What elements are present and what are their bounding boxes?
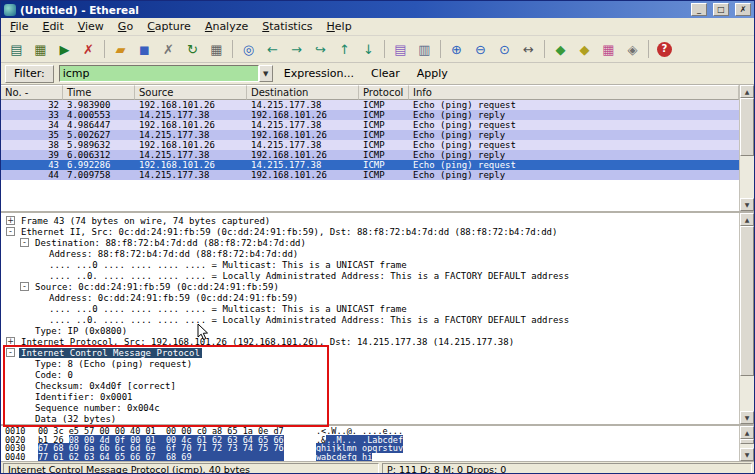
packet-row[interactable]: 344.986447192.168.101.2614.215.177.38ICM… xyxy=(1,120,739,130)
packet-row[interactable]: 334.00055314.215.177.38192.168.101.26ICM… xyxy=(1,110,739,120)
detail-line[interactable]: .... ...0 .... .... .... .... = Multicas… xyxy=(1,303,739,314)
filter-input[interactable] xyxy=(59,65,259,82)
list-interfaces-button[interactable]: ▤ xyxy=(5,38,28,61)
menu-analyze[interactable]: Analyze xyxy=(198,18,255,35)
preferences-button[interactable]: ◈ xyxy=(621,38,644,61)
detail-line[interactable]: Data (32 bytes) xyxy=(1,413,739,424)
detail-line[interactable]: Code: 0 xyxy=(1,369,739,380)
close-file-button[interactable]: ✗ xyxy=(157,38,180,61)
find-packet-button[interactable]: ◎ xyxy=(237,38,260,61)
close-button[interactable]: ✗ xyxy=(735,3,751,16)
column-header-source[interactable]: Source xyxy=(135,85,247,100)
detail-line[interactable]: -Source: 0c:dd:24:91:fb:59 (0c:dd:24:91:… xyxy=(1,281,739,292)
scroll-thumb[interactable] xyxy=(740,439,754,444)
title-bar[interactable]: (Untitled) - Ethereal _ □ ✗ xyxy=(1,1,754,18)
colorize-toggle-button[interactable]: ▤ xyxy=(389,38,412,61)
go-back-button[interactable]: ← xyxy=(261,38,284,61)
column-header-destination[interactable]: Destination xyxy=(247,85,359,100)
packet-row[interactable]: 396.00631214.215.177.38192.168.101.26ICM… xyxy=(1,150,739,160)
menu-file[interactable]: File xyxy=(3,18,35,35)
packet-list-scrollbar[interactable]: ▲ ▼ xyxy=(739,85,754,211)
clear-button[interactable]: Clear xyxy=(365,66,406,81)
go-to-top-button[interactable]: ↑ xyxy=(333,38,356,61)
open-file-button[interactable]: ▰ xyxy=(109,38,132,61)
toolbar: ▤▦▶✗▰◼✗↻▦◎←→↪↑↓▤▥⊕⊖⊙↔◆◆▦◈? xyxy=(1,36,754,63)
detail-line[interactable]: Sequence number: 0x004c xyxy=(1,402,739,413)
scroll-up-icon[interactable]: ▲ xyxy=(740,213,754,226)
collapse-icon[interactable]: - xyxy=(20,238,29,247)
maximize-button[interactable]: □ xyxy=(713,3,729,16)
resize-columns-button[interactable]: ↔ xyxy=(517,38,540,61)
scroll-down-icon[interactable]: ▼ xyxy=(740,198,754,211)
detail-line[interactable]: +Internet Protocol, Src: 192.168.101.26 … xyxy=(1,336,739,347)
scroll-track[interactable] xyxy=(740,226,754,411)
packet-row[interactable]: 323.983900192.168.101.2614.215.177.38ICM… xyxy=(1,100,739,110)
detail-line[interactable]: -Ethernet II, Src: 0c:dd:24:91:fb:59 (0c… xyxy=(1,226,739,237)
menu-statistics[interactable]: Statistics xyxy=(255,18,319,35)
menu-help[interactable]: Help xyxy=(320,18,359,35)
help-button[interactable]: ? xyxy=(653,38,676,61)
capture-filter-button[interactable]: ◆ xyxy=(549,38,572,61)
packet-row[interactable]: 355.00262714.215.177.38192.168.101.26ICM… xyxy=(1,130,739,140)
scroll-up-icon[interactable]: ▲ xyxy=(740,426,754,439)
reload-button[interactable]: ↻ xyxy=(181,38,204,61)
column-header-protocol[interactable]: Protocol xyxy=(359,85,409,100)
capture-stop-button[interactable]: ✗ xyxy=(77,38,100,61)
collapse-icon[interactable]: - xyxy=(6,348,15,357)
detail-line[interactable]: Type: IP (0x0800) xyxy=(1,325,739,336)
column-header-time[interactable]: Time xyxy=(63,85,135,100)
autoscroll-toggle-button[interactable]: ▥ xyxy=(413,38,436,61)
expression-button[interactable]: Expression... xyxy=(278,66,360,81)
print-button[interactable]: ▦ xyxy=(205,38,228,61)
capture-options-button[interactable]: ▦ xyxy=(29,38,52,61)
menu-edit[interactable]: Edit xyxy=(35,18,70,35)
scroll-up-icon[interactable]: ▲ xyxy=(740,85,754,98)
go-forward-button[interactable]: → xyxy=(285,38,308,61)
detail-line[interactable]: Type: 8 (Echo (ping) request) xyxy=(1,358,739,369)
details-scrollbar[interactable]: ▲ ▼ xyxy=(739,213,754,424)
scroll-down-icon[interactable]: ▼ xyxy=(740,448,754,461)
filter-button[interactable]: Filter: xyxy=(5,65,54,83)
capture-start-button[interactable]: ▶ xyxy=(53,38,76,61)
collapse-icon[interactable]: - xyxy=(20,282,29,291)
detail-line[interactable]: Checksum: 0x4d0f [correct] xyxy=(1,380,739,391)
scroll-track[interactable] xyxy=(740,439,754,448)
detail-line[interactable]: -Internet Control Message Protocol xyxy=(1,347,739,358)
zoom-100-button[interactable]: ⊙ xyxy=(493,38,516,61)
go-to-packet-button[interactable]: ↪ xyxy=(309,38,332,61)
detail-line[interactable]: .... ..0. .... .... .... .... = Locally … xyxy=(1,314,739,325)
coloring-rules-button[interactable]: ▦ xyxy=(597,38,620,61)
go-to-bottom-button[interactable]: ↓ xyxy=(357,38,380,61)
packet-row[interactable]: 385.989632192.168.101.2614.215.177.38ICM… xyxy=(1,140,739,150)
zoom-out-button[interactable]: ⊖ xyxy=(469,38,492,61)
scroll-track[interactable] xyxy=(740,98,754,198)
detail-line[interactable]: .... ...0 .... .... .... .... = Multicas… xyxy=(1,259,739,270)
display-filter-button[interactable]: ◆ xyxy=(573,38,596,61)
filter-dropdown-icon[interactable]: ▼ xyxy=(259,65,273,82)
expand-icon[interactable]: + xyxy=(6,216,15,225)
packet-row[interactable]: 447.00975814.215.177.38192.168.101.26ICM… xyxy=(1,170,739,180)
column-header-no[interactable]: No. - xyxy=(1,85,63,100)
menu-view[interactable]: View xyxy=(71,18,111,35)
expand-icon[interactable]: + xyxy=(6,337,15,346)
save-file-button[interactable]: ◼ xyxy=(133,38,156,61)
detail-line[interactable]: +Frame 43 (74 bytes on wire, 74 bytes ca… xyxy=(1,215,739,226)
zoom-in-button[interactable]: ⊕ xyxy=(445,38,468,61)
scroll-thumb[interactable] xyxy=(740,98,754,156)
detail-line[interactable]: Address: 88:f8:72:b4:7d:dd (88:f8:72:b4:… xyxy=(1,248,739,259)
scroll-thumb[interactable] xyxy=(740,226,754,376)
collapse-icon[interactable]: - xyxy=(6,227,15,236)
detail-line[interactable]: -Destination: 88:f8:72:b4:7d:dd (88:f8:7… xyxy=(1,237,739,248)
scroll-down-icon[interactable]: ▼ xyxy=(740,411,754,424)
detail-line[interactable]: Address: 0c:dd:24:91:fb:59 (0c:dd:24:91:… xyxy=(1,292,739,303)
hex-scrollbar[interactable]: ▲ ▼ xyxy=(739,426,754,461)
column-header-info[interactable]: Info xyxy=(409,85,739,100)
apply-button[interactable]: Apply xyxy=(411,66,454,81)
menu-capture[interactable]: Capture xyxy=(140,18,198,35)
hex-line[interactable]: 004077 61 62 63 64 65 66 67 68 69 wabcde… xyxy=(5,453,739,462)
menu-go[interactable]: Go xyxy=(111,18,140,35)
packet-row[interactable]: 436.992286192.168.101.2614.215.177.38ICM… xyxy=(1,160,739,170)
detail-line[interactable]: Identifier: 0x0001 xyxy=(1,391,739,402)
minimize-button[interactable]: _ xyxy=(691,3,707,16)
detail-line[interactable]: .... ..0. .... .... .... .... = Locally … xyxy=(1,270,739,281)
